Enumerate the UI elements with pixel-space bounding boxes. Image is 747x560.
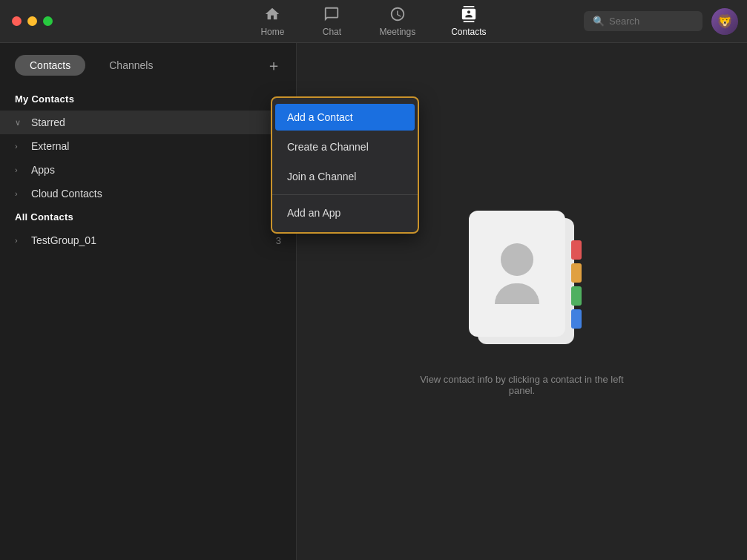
color-tab-red — [571, 240, 582, 260]
group-cloud-contacts[interactable]: › Cloud Contacts — [0, 182, 296, 205]
nav-tab-home-label: Home — [260, 27, 284, 37]
nav-tab-contacts[interactable]: Contacts — [433, 0, 504, 43]
home-icon — [264, 6, 280, 24]
traffic-lights — [0, 16, 53, 26]
view-hint-text: View contact info by clicking a contact … — [411, 374, 634, 396]
group-testgroup01[interactable]: › TestGroup_01 3 — [0, 228, 296, 252]
contacts-icon — [461, 6, 477, 24]
search-input[interactable] — [609, 16, 694, 27]
minimize-button[interactable] — [27, 16, 37, 26]
group-external[interactable]: › External 2 — [0, 134, 296, 158]
group-testgroup01-count: 3 — [276, 235, 281, 246]
sidebar-header: Contacts Channels ＋ — [0, 43, 296, 88]
contacts-tab-button[interactable]: Contacts — [15, 55, 85, 76]
color-tabs — [571, 240, 582, 329]
group-apps-label: Apps — [31, 164, 275, 176]
search-bar[interactable]: 🔍 — [584, 11, 702, 31]
avatar-image: 🦁 — [711, 8, 738, 35]
dropdown-container: Add a Contact Create a Channel Join a Ch… — [271, 96, 419, 234]
card-avatar-circle — [501, 243, 533, 276]
chevron-right-icon-3: › — [15, 189, 25, 198]
card-front — [469, 211, 565, 337]
add-button[interactable]: ＋ — [263, 55, 284, 76]
chevron-right-icon-4: › — [15, 236, 25, 245]
plus-icon: ＋ — [266, 56, 281, 76]
add-app-item[interactable]: Add an App — [272, 198, 418, 228]
group-apps[interactable]: › Apps — [0, 158, 296, 182]
group-external-label: External — [31, 140, 270, 152]
nav-tab-chat[interactable]: Chat — [302, 0, 361, 43]
close-button[interactable] — [12, 16, 22, 26]
nav-tab-chat-label: Chat — [323, 27, 341, 37]
main-content: Contacts Channels ＋ My Contacts ∨ Starre… — [0, 43, 747, 560]
meetings-icon — [389, 6, 406, 24]
contact-card-illustration — [463, 208, 582, 356]
group-starred[interactable]: ∨ Starred — [0, 111, 296, 134]
color-tab-blue — [571, 309, 582, 329]
dropdown-menu: Add a Contact Create a Channel Join a Ch… — [271, 96, 419, 234]
group-testgroup01-label: TestGroup_01 — [31, 234, 270, 246]
nav-tab-meetings[interactable]: Meetings — [361, 0, 433, 43]
card-avatar-body — [495, 283, 539, 304]
join-channel-item[interactable]: Join a Channel — [272, 162, 418, 191]
maximize-button[interactable] — [43, 16, 53, 26]
all-contacts-title: All Contacts — [0, 205, 296, 228]
chevron-right-icon-2: › — [15, 165, 25, 174]
nav-tab-home[interactable]: Home — [243, 0, 302, 43]
title-bar: Home Chat Meetings Contacts 🔍 🦁 — [0, 0, 747, 43]
chevron-right-icon: › — [15, 142, 25, 151]
search-icon: 🔍 — [593, 16, 605, 27]
avatar[interactable]: 🦁 — [711, 8, 738, 35]
sidebar: Contacts Channels ＋ My Contacts ∨ Starre… — [0, 43, 297, 560]
add-contact-item[interactable]: Add a Contact — [275, 104, 415, 131]
dropdown-divider — [272, 194, 418, 195]
create-channel-item[interactable]: Create a Channel — [272, 132, 418, 162]
chevron-down-icon: ∨ — [15, 118, 25, 128]
nav-tab-meetings-label: Meetings — [379, 27, 415, 37]
group-cloud-contacts-label: Cloud Contacts — [31, 188, 275, 200]
color-tab-orange — [571, 263, 582, 283]
nav-tab-contacts-label: Contacts — [451, 27, 486, 37]
channels-tab-button[interactable]: Channels — [94, 55, 168, 76]
my-contacts-title: My Contacts — [0, 88, 296, 111]
chat-icon — [323, 6, 340, 24]
group-starred-label: Starred — [31, 116, 275, 128]
color-tab-green — [571, 286, 582, 306]
